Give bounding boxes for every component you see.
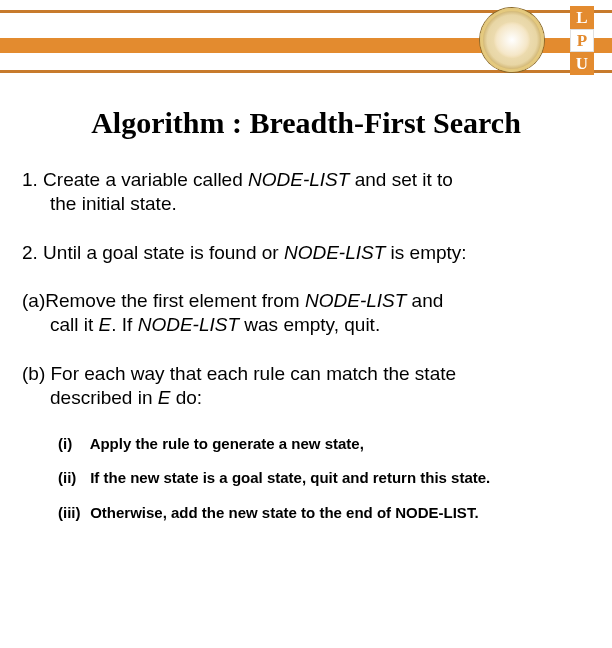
- substep-b: (b) For each way that each rule can matc…: [22, 362, 590, 411]
- sub-a-cont-mid: . If: [111, 314, 137, 335]
- step2-prefix: 2. Until a goal state is found or: [22, 242, 284, 263]
- substep-a: (a)Remove the first element from NODE-LI…: [22, 289, 590, 338]
- roman-ii: (ii) If the new state is a goal state, q…: [58, 468, 590, 488]
- step2-suffix: is empty:: [385, 242, 466, 263]
- step1-prefix: 1. Create a variable called: [22, 169, 248, 190]
- roman-i-text: Apply the rule to generate a new state,: [90, 435, 364, 452]
- university-seal-icon: [480, 8, 544, 72]
- roman-iii: (iii) Otherwise, add the new state to th…: [58, 503, 590, 523]
- slide-content: Algorithm : Breadth-First Search 1. Crea…: [0, 76, 612, 523]
- sub-a-cont-post: was empty, quit.: [239, 314, 380, 335]
- roman-ii-num: (ii): [58, 468, 86, 488]
- lpu-badge-u: U: [570, 52, 594, 75]
- roman-ii-text: If the new state is a goal state, quit a…: [90, 469, 490, 486]
- step-1: 1. Create a variable called NODE-LIST an…: [22, 168, 590, 217]
- sub-b-varE: E: [158, 387, 171, 408]
- lpu-badge-p: P: [570, 29, 594, 52]
- sub-b-cont-pre: described in: [50, 387, 158, 408]
- sub-b-cont-post: do:: [170, 387, 202, 408]
- step1-var: NODE-LIST: [248, 169, 349, 190]
- step-2: 2. Until a goal state is found or NODE-L…: [22, 241, 590, 265]
- step2-var: NODE-LIST: [284, 242, 385, 263]
- sub-a-var2: NODE-LIST: [138, 314, 239, 335]
- step1-cont: the initial state.: [22, 192, 590, 216]
- body-text: 1. Create a variable called NODE-LIST an…: [22, 168, 590, 523]
- sub-a-cont-pre: call it: [50, 314, 99, 335]
- sub-a-mid: and: [406, 290, 443, 311]
- roman-list: (i) Apply the rule to generate a new sta…: [22, 434, 590, 523]
- sub-a-varE: E: [99, 314, 112, 335]
- slide-header: L P U: [0, 0, 612, 76]
- sub-b-line1: (b) For each way that each rule can matc…: [22, 363, 456, 384]
- roman-iii-num: (iii): [58, 503, 86, 523]
- sub-a-prefix: (a)Remove the first element from: [22, 290, 305, 311]
- lpu-badge: L P U: [570, 6, 594, 75]
- lpu-badge-l: L: [570, 6, 594, 29]
- roman-i: (i) Apply the rule to generate a new sta…: [58, 434, 590, 454]
- sub-a-var1: NODE-LIST: [305, 290, 406, 311]
- step1-mid: and set it to: [349, 169, 453, 190]
- roman-iii-text: Otherwise, add the new state to the end …: [90, 504, 478, 521]
- roman-i-num: (i): [58, 434, 86, 454]
- slide-title: Algorithm : Breadth-First Search: [22, 106, 590, 140]
